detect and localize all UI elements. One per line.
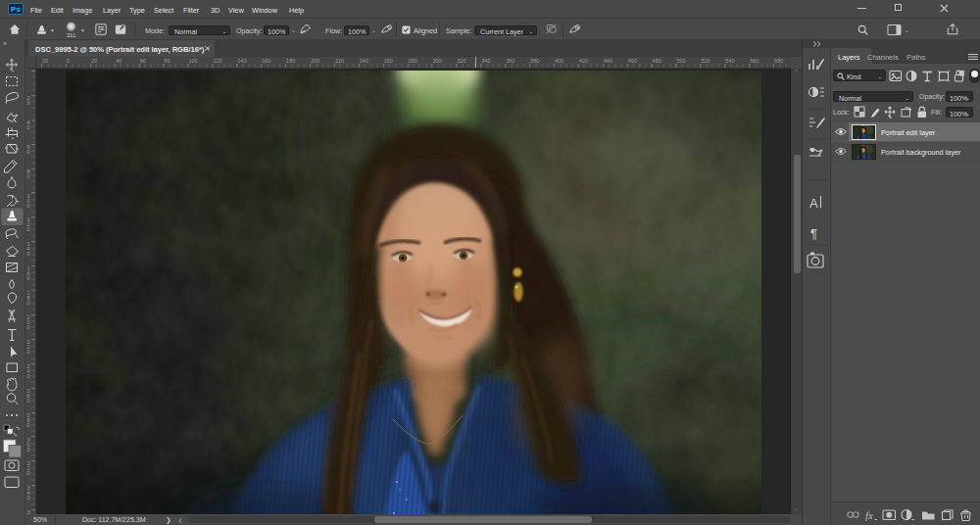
svg-text:A: A [809, 196, 818, 211]
svg-text:fx: fx [865, 510, 873, 521]
svg-text:¶: ¶ [810, 226, 817, 241]
